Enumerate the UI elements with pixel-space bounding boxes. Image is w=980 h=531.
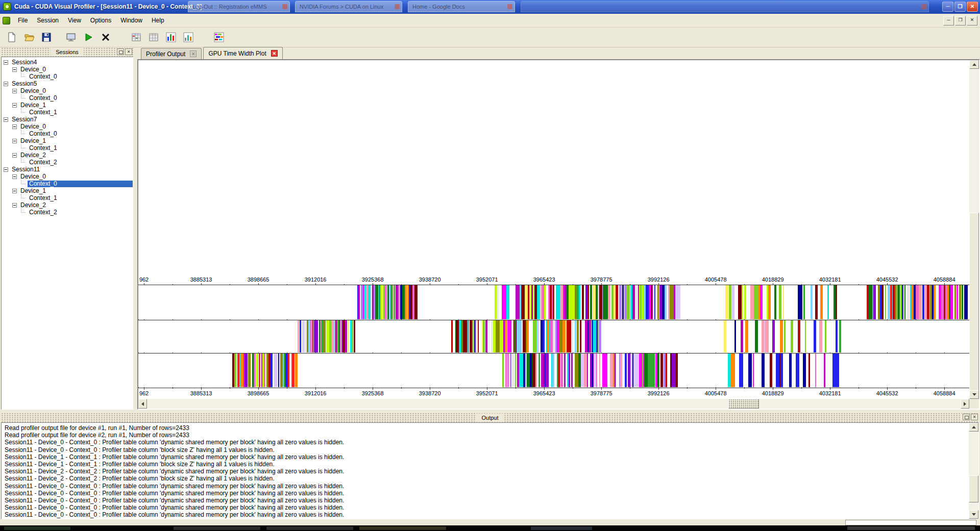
axis-line (138, 388, 969, 388)
collapse-icon[interactable] (12, 174, 17, 179)
axis-tick-label: 3952071 (476, 390, 498, 396)
tree-connector (21, 194, 26, 198)
gpu-kernel-bar (744, 285, 746, 319)
scroll-left-icon[interactable] (138, 399, 147, 409)
tab-profiler-output[interactable]: Profiler Output ✕ (141, 48, 202, 59)
collapse-icon[interactable] (4, 167, 8, 172)
tab-gpu-time-width-plot[interactable]: GPU Time Width Plot ✕ (203, 47, 282, 59)
tree-item-context_0[interactable]: Context_0 (2, 180, 133, 187)
axis-tick-label: 3978775 (591, 276, 612, 283)
new-session-icon[interactable] (3, 29, 20, 45)
open-session-icon[interactable] (20, 29, 38, 45)
tree-item-context_2[interactable]: Context_2 (2, 209, 133, 216)
tree-item-context_1[interactable]: Context_1 (2, 194, 133, 201)
menu-options[interactable]: Options (86, 15, 116, 26)
vscroll-thumb[interactable] (969, 475, 978, 502)
scroll-up-icon[interactable] (969, 423, 978, 432)
output-log-line: Session11 - Device_0 - Context_0 : Profi… (5, 439, 975, 446)
scroll-right-icon[interactable] (961, 399, 969, 409)
collapse-icon[interactable] (12, 153, 17, 158)
gpu-kernel-bar (660, 353, 663, 387)
close-icon (395, 4, 400, 9)
collapse-icon[interactable] (12, 203, 17, 208)
tree-item-context_0[interactable]: Context_0 (2, 73, 133, 80)
collapse-icon[interactable] (12, 189, 17, 193)
tree-item-context_1[interactable]: Context_1 (2, 109, 133, 116)
tree-item-session11[interactable]: Session11 (2, 166, 133, 173)
plot-lane-2[interactable] (138, 320, 969, 352)
plot-canvas[interactable]: 9623885313389866539120163925368393872039… (138, 60, 969, 399)
start-profiling-icon[interactable] (80, 29, 97, 45)
gpu-kernel-bar (734, 320, 737, 352)
tree-item-context_2[interactable]: Context_2 (2, 159, 133, 166)
collapse-icon[interactable] (12, 139, 17, 143)
collapse-icon[interactable] (4, 117, 8, 122)
gpu-kernel-bar (544, 285, 546, 319)
maximize-button[interactable]: ❐ (954, 2, 966, 12)
output-vertical-scrollbar[interactable] (969, 423, 978, 519)
gpu-kernel-bar (820, 285, 823, 319)
collapse-icon[interactable] (12, 103, 17, 108)
gpu-time-summary-plot-icon[interactable] (180, 29, 197, 45)
collapse-icon[interactable] (12, 89, 17, 93)
mdi-close-button[interactable]: ✕ (967, 16, 977, 26)
stop-icon[interactable] (97, 29, 114, 45)
dock-close-icon[interactable]: ✕ (971, 414, 978, 420)
taskbar-item[interactable] (174, 526, 260, 530)
scroll-down-icon[interactable] (969, 390, 979, 399)
gpu-kernel-bar (485, 320, 487, 352)
hscroll-thumb[interactable] (728, 399, 759, 409)
menu-view[interactable]: View (63, 15, 86, 26)
gpu-kernel-bar (288, 353, 289, 387)
gpu-kernel-bar (310, 320, 312, 352)
close-button[interactable]: ✕ (967, 2, 978, 12)
menu-window[interactable]: Window (116, 15, 147, 26)
taskbar-item[interactable] (4, 526, 70, 530)
tree-item-session5[interactable]: Session5 (2, 80, 133, 87)
tree-item-session7[interactable]: Session7 (2, 116, 133, 123)
summary-table-icon[interactable] (145, 29, 162, 45)
taskbar-item[interactable] (359, 526, 446, 530)
taskbar-item[interactable] (266, 526, 353, 530)
collapse-icon[interactable] (12, 67, 17, 72)
tree-item-session4[interactable]: Session4 (2, 59, 133, 66)
dock-close-icon[interactable]: ✕ (125, 48, 132, 55)
plot-lane-3[interactable] (138, 353, 969, 387)
tab-close-icon[interactable]: ✕ (190, 50, 197, 57)
menu-file[interactable]: File (13, 15, 32, 26)
gpu-kernel-bar (907, 285, 910, 319)
gpu-kernel-bar (587, 285, 589, 319)
scroll-up-icon[interactable] (969, 60, 979, 69)
collapse-icon[interactable] (4, 82, 8, 86)
plot-lane-1[interactable] (138, 285, 969, 319)
collapse-icon[interactable] (12, 124, 17, 129)
tree-item-context_0[interactable]: Context_0 (2, 130, 133, 137)
menu-help[interactable]: Help (147, 15, 169, 26)
tab-close-icon[interactable]: ✕ (271, 50, 278, 57)
mdi-restore-button[interactable]: ❐ (955, 16, 966, 26)
plot-vertical-scrollbar[interactable] (969, 60, 979, 399)
menu-session[interactable]: Session (32, 15, 63, 26)
tree-item-context_1[interactable]: Context_1 (2, 144, 133, 151)
plot-horizontal-scrollbar[interactable] (138, 399, 969, 409)
tree-item-context_0[interactable]: Context_0 (2, 94, 133, 102)
profiler-table-icon[interactable] (128, 29, 145, 45)
gpu-kernel-bar (950, 285, 953, 319)
taskbar-item[interactable] (847, 526, 975, 530)
gpu-time-width-plot-icon[interactable] (210, 29, 228, 45)
save-session-icon[interactable] (38, 29, 55, 45)
vscroll-thumb[interactable] (969, 213, 979, 399)
taskbar-item[interactable] (531, 526, 592, 530)
scroll-down-icon[interactable] (969, 510, 978, 519)
gpu-time-height-plot-icon[interactable] (162, 29, 180, 45)
mdi-minimize-button[interactable]: ─ (943, 16, 954, 26)
gpu-kernel-bar (528, 285, 529, 319)
profiler-output-icon[interactable] (62, 29, 80, 45)
gpu-kernel-bar (572, 320, 573, 352)
dock-float-icon[interactable] (963, 414, 970, 420)
output-hscroll-box[interactable] (845, 520, 976, 525)
output-log-line: Session11 - Device_0 - Context_0 : Profi… (5, 483, 975, 490)
minimize-button[interactable]: ─ (942, 2, 953, 12)
dock-float-icon[interactable] (117, 48, 124, 55)
collapse-icon[interactable] (4, 60, 8, 65)
